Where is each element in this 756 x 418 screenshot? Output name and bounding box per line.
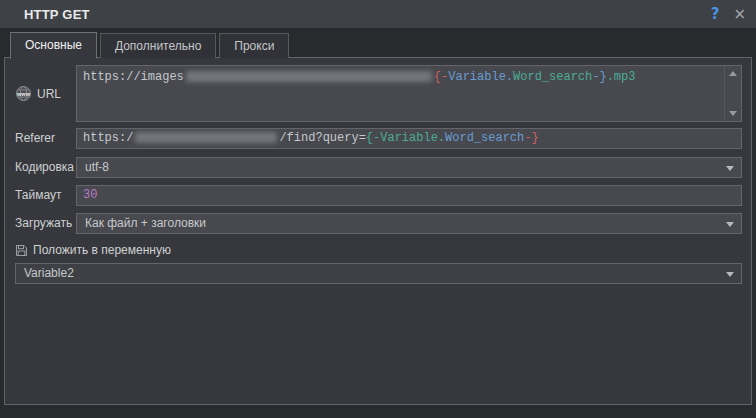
url-scrollbar[interactable]: [724, 66, 741, 121]
download-mode-value: Как файл + заголовки: [85, 216, 206, 230]
encoding-label: Кодировка: [15, 160, 74, 174]
encoding-select[interactable]: utf-8: [76, 157, 742, 178]
scroll-down-icon[interactable]: [729, 111, 737, 116]
tab-main[interactable]: Основные: [10, 32, 97, 59]
url-input[interactable]: https://images{-Variable.Word_search-}.m…: [76, 65, 742, 122]
download-mode-label: Загружать: [15, 216, 72, 230]
timeout-input[interactable]: 30: [76, 185, 742, 206]
chevron-down-icon[interactable]: [726, 272, 734, 277]
referer-input[interactable]: https://find?query={-Variable.Word_searc…: [76, 128, 742, 149]
close-icon[interactable]: ×: [733, 5, 746, 23]
timeout-value: 30: [83, 188, 97, 202]
chevron-down-icon[interactable]: [726, 222, 734, 227]
store-variable-value: Variable2: [24, 266, 74, 280]
tab-additional[interactable]: Дополнительно: [100, 33, 216, 58]
tab-proxy[interactable]: Прокси: [219, 33, 289, 58]
timeout-label: Таймаут: [15, 188, 61, 202]
store-variable-label: Положить в переменную: [33, 243, 171, 257]
tab-content-panel: www URL https://images{-Variable.Word_se…: [4, 57, 752, 405]
globe-www-icon: www: [15, 85, 32, 102]
window-title: HTTP GET: [24, 7, 90, 22]
referer-value: https://find?query={-Variable.Word_searc…: [83, 131, 539, 145]
referer-label: Referer: [15, 131, 55, 145]
scroll-up-icon[interactable]: [729, 71, 737, 76]
url-label-row: www URL: [15, 85, 61, 102]
tab-bar: Основные Дополнительно Прокси: [10, 32, 289, 59]
title-bar: HTTP GET ? ×: [0, 0, 756, 28]
svg-text:www: www: [16, 91, 31, 97]
redacted-text: [186, 71, 432, 82]
save-floppy-icon: [15, 244, 28, 257]
url-value: https://images{-Variable.Word_search-}.m…: [83, 70, 635, 84]
download-mode-select[interactable]: Как файл + заголовки: [76, 213, 742, 234]
url-label: URL: [37, 87, 61, 101]
store-variable-select[interactable]: Variable2: [15, 263, 742, 284]
chevron-down-icon[interactable]: [726, 166, 734, 171]
help-icon[interactable]: ?: [711, 5, 720, 23]
encoding-value: utf-8: [85, 160, 109, 174]
store-variable-label-row: Положить в переменную: [15, 243, 171, 257]
redacted-text: [135, 132, 277, 143]
